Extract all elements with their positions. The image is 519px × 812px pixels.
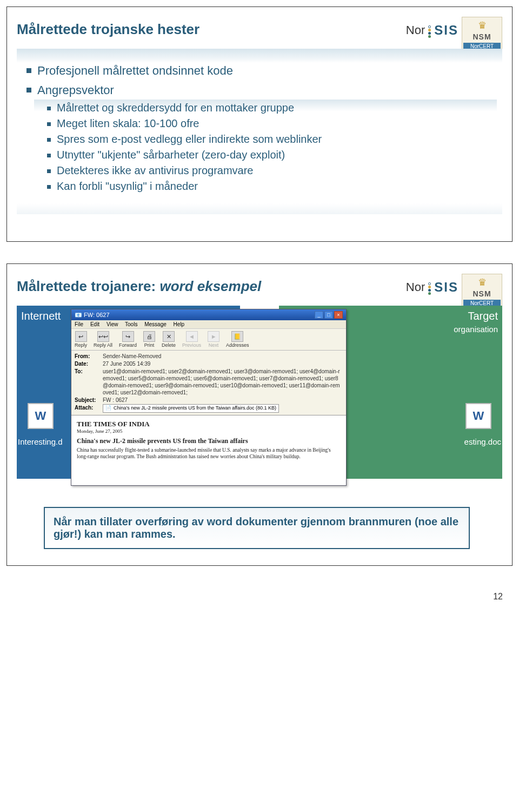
- slide-2: Nor SIS ♛ NSM NorCERT Målrettede trojane…: [6, 263, 513, 566]
- sis-text: SIS: [434, 23, 458, 38]
- sub-bullet: Målrettet og skreddersydd for en mottake…: [47, 102, 497, 114]
- bullet-item: Angrepsvektor Målrettet og skreddersydd …: [26, 83, 497, 193]
- reply-button[interactable]: ↩Reply: [75, 331, 87, 348]
- logo-dots: [428, 279, 431, 295]
- word-doc-icon: W: [28, 403, 54, 429]
- reply-all-button[interactable]: ↩↩Reply All: [94, 331, 112, 348]
- sub-bullet: Utnytter "ukjente" sårbarheter (zero-day…: [47, 149, 497, 161]
- bullet-item: Profesjonell målrettet ondsinnet kode: [26, 64, 497, 78]
- nsm-label: NSM: [463, 32, 501, 41]
- attach-name: China's new JL-2 missile prevents US fro…: [114, 405, 276, 412]
- menu-item[interactable]: Tools: [125, 321, 137, 327]
- crown-icon: ♛: [463, 276, 501, 288]
- toolbar: ↩Reply ↩↩Reply All ↪Forward 🖨Print ✕Dele…: [71, 329, 346, 351]
- word-attach-icon: 📄: [105, 405, 111, 412]
- callout-box: Når man tillater overføring av word doku…: [44, 507, 470, 549]
- crown-icon: ♛: [463, 19, 501, 31]
- paper-date: Monday, June 27, 2005: [77, 428, 341, 434]
- nsm-badge: ♛ NSM NorCERT: [462, 17, 502, 52]
- window-titlebar[interactable]: 📧 FW: 0627 _ □ ×: [71, 309, 346, 320]
- nsm-badge: ♛ NSM NorCERT: [462, 274, 502, 309]
- nor-text: Nor: [406, 23, 425, 37]
- forward-button[interactable]: ↪Forward: [119, 331, 137, 348]
- menu-item[interactable]: View: [107, 321, 118, 327]
- page-number: 12: [6, 587, 513, 604]
- article-headline: China's new JL-2 missile prevents US fro…: [77, 437, 341, 445]
- nor-text: Nor: [406, 280, 425, 294]
- title-part-a: Målrettede trojanere:: [17, 278, 159, 294]
- to-value: user1@domain-removed1; user2@domain-remo…: [103, 368, 343, 396]
- norsis-logo: Nor SIS: [406, 274, 458, 295]
- previous-button[interactable]: ◄Previous: [182, 331, 201, 348]
- logo-dots: [428, 22, 431, 38]
- minimize-button[interactable]: _: [315, 311, 323, 319]
- date-value: 27 June 2005 14:39: [103, 360, 150, 367]
- sub-bullet: Detekteres ikke av antivirus programvare: [47, 164, 497, 177]
- email-body: THE TIMES OF INDIA Monday, June 27, 2005…: [71, 415, 346, 485]
- menu-item[interactable]: Message: [144, 321, 167, 327]
- slide-1: Nor SIS ♛ NSM NorCERT Målrettede trojans…: [6, 6, 513, 242]
- next-button[interactable]: ►Next: [208, 331, 219, 348]
- content-band: Profesjonell målrettet ondsinnet kode An…: [17, 49, 502, 209]
- menu-item[interactable]: File: [75, 321, 83, 327]
- word-doc-icon: W: [465, 403, 491, 429]
- file-label-left: Interesting.d: [18, 437, 63, 446]
- menu-item[interactable]: Edit: [90, 321, 99, 327]
- title-part-b: word eksempel: [159, 278, 261, 294]
- addresses-button[interactable]: 📒Addresses: [226, 331, 249, 348]
- email-headers: From:Sender-Name-Removed Date:27 June 20…: [71, 351, 346, 415]
- sub-bullet: Spres som e-post vedlegg eller indirekte…: [47, 133, 497, 146]
- sub-bullet: Meget liten skala: 10-100 ofre: [47, 117, 497, 130]
- menubar: File Edit View Tools Message Help: [71, 320, 346, 329]
- paper-title: THE TIMES OF INDIA: [77, 420, 341, 428]
- article-text: China has successfully flight-tested a s…: [77, 447, 341, 460]
- logo-row: Nor SIS ♛ NSM NorCERT: [406, 17, 502, 52]
- print-button[interactable]: 🖨Print: [143, 331, 155, 348]
- maximize-button[interactable]: □: [324, 311, 333, 319]
- menu-item[interactable]: Help: [174, 321, 185, 327]
- norsis-logo: Nor SIS: [406, 17, 458, 38]
- diagram-area: Internett W Interesting.d Target organis…: [17, 306, 502, 554]
- sis-text: SIS: [434, 280, 458, 295]
- file-label-right: esting.doc: [464, 437, 501, 446]
- window-title: 📧 FW: 0627: [75, 312, 110, 319]
- delete-button[interactable]: ✕Delete: [162, 331, 176, 348]
- bullet-label: Angrepsvektor: [37, 83, 114, 97]
- nsm-label: NSM: [463, 289, 501, 298]
- sub-bullet: Kan forbli "usynlig" i måneder: [47, 180, 497, 193]
- subject-value: FW : 0627: [103, 397, 128, 404]
- close-button[interactable]: ×: [334, 311, 343, 319]
- attachment[interactable]: 📄 China's new JL-2 missile prevents US f…: [103, 404, 279, 413]
- logo-row: Nor SIS ♛ NSM NorCERT: [406, 274, 502, 309]
- from-value: Sender-Name-Removed: [103, 353, 161, 360]
- email-window: 📧 FW: 0627 _ □ × File Edit View Tools Me…: [71, 309, 347, 486]
